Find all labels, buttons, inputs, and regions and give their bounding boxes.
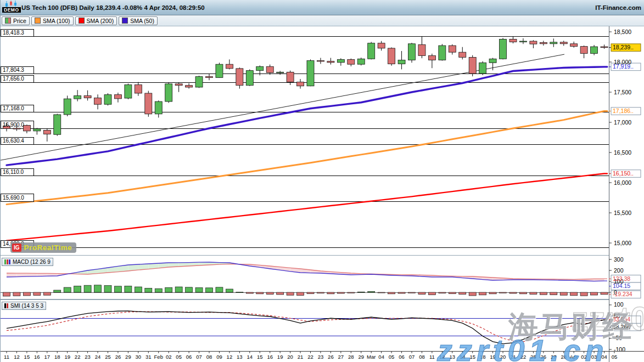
candle[interactable] [357,59,365,64]
legend-chip-sma50[interactable]: SMA (50) [119,16,158,25]
candle[interactable] [43,131,51,134]
time-tick-label: 20 [287,354,293,360]
candle[interactable] [54,115,61,134]
candle[interactable] [84,95,91,98]
candle[interactable] [368,43,375,59]
candle[interactable] [135,85,142,93]
sma100-swatch-icon [35,18,41,24]
candle[interactable] [408,44,416,60]
candle[interactable] [550,42,557,44]
level-label: 17,656.0 [3,76,24,82]
candle[interactable] [540,43,547,44]
candle[interactable] [307,61,314,86]
macd-legend-chip[interactable]: MACD (12 26 9 [2,258,53,266]
legend-chip-sma100[interactable]: SMA (100) [31,16,74,25]
macd-histogram-bar [580,292,587,296]
candle[interactable] [145,93,152,114]
time-tick-label: 04 [378,354,384,360]
price-badge-label: 104.15 [613,282,630,289]
candle[interactable] [580,47,587,54]
macd-histogram-bar [206,288,213,292]
macd-histogram-bar [266,292,273,295]
candle[interactable] [256,66,264,70]
candle[interactable] [570,44,578,47]
candle[interactable] [489,59,496,63]
candle[interactable] [509,39,517,42]
candle[interactable] [530,41,537,44]
candle[interactable] [33,129,41,131]
candle[interactable] [348,59,355,64]
macd-histogram-bar [226,289,233,292]
candle[interactable] [479,63,486,73]
time-tick-label: 15 [24,354,30,360]
candle[interactable] [439,46,446,60]
macd-histogram-bar [449,292,456,293]
candle[interactable] [459,52,466,57]
candle[interactable] [297,82,304,86]
macd-histogram-bar [348,292,355,293]
candle[interactable] [226,64,233,69]
candle[interactable] [236,69,243,86]
candle[interactable] [64,99,71,115]
smi-legend-chip[interactable]: SMI (14 3 5 3 [2,302,46,310]
macd-histogram-bar [13,292,20,296]
legend-chip-price[interactable]: Price [2,16,30,25]
time-tick-label: 11 [4,354,9,360]
candle[interactable] [287,72,294,82]
candle[interactable] [378,43,385,48]
candle[interactable] [216,64,223,77]
candle[interactable] [418,44,425,55]
candle[interactable] [246,71,253,86]
legend-sma50-label: SMA (50) [130,18,154,24]
candle[interactable] [500,39,507,59]
time-tick-label: 18 [54,354,60,360]
candle[interactable] [155,101,162,114]
sma200-swatch-icon [79,18,85,24]
candle[interactable] [277,72,284,72]
candle[interactable] [449,46,456,52]
time-tick-label: Feb [154,354,163,360]
macd-histogram-bar [84,285,91,292]
candle[interactable] [114,95,121,99]
axis-tick-label: 17,000 [614,119,631,126]
candle[interactable] [601,47,608,48]
candle[interactable] [104,95,111,105]
macd-histogram-bar [408,292,416,293]
macd-histogram-bar [236,292,243,293]
macd-histogram-bar [439,292,446,293]
candle[interactable] [327,61,334,63]
macd-histogram-bar [398,292,405,293]
candle[interactable] [519,41,527,42]
prorealtime-logo[interactable]: IG ProRealTime [10,242,76,253]
macd-histogram-bar [297,292,304,296]
brand-link[interactable]: IT-Finance.com [595,4,641,11]
title-bar: DEMO US Tech 100 (DFB) Daily 18,239.4 -0… [1,0,644,15]
candle[interactable] [337,59,344,63]
candle[interactable] [13,128,20,129]
candle[interactable] [317,61,324,61]
candle[interactable] [388,48,395,64]
price-badge-label: 123.38 [613,275,630,282]
candle[interactable] [206,77,213,78]
candle[interactable] [74,95,81,99]
macd-histogram-bar [125,286,132,292]
candle[interactable] [195,77,203,87]
candle[interactable] [469,57,476,73]
time-tick-label: 08 [419,354,425,360]
candle[interactable] [560,42,567,44]
macd-histogram-bar [256,292,264,294]
price-badge-label: 18,239.. [613,44,634,50]
candle[interactable] [125,85,132,98]
candle[interactable] [591,47,598,53]
candle[interactable] [398,60,405,64]
candle[interactable] [428,55,435,60]
candle[interactable] [186,86,193,87]
candle[interactable] [266,66,273,72]
macd-histogram-bar [3,292,10,296]
legend-chip-sma200[interactable]: SMA (200) [75,16,117,25]
candle[interactable] [94,98,102,104]
candle[interactable] [175,84,182,86]
candle[interactable] [165,84,172,101]
candle[interactable] [23,126,30,131]
time-tick-label: 06 [399,354,405,360]
